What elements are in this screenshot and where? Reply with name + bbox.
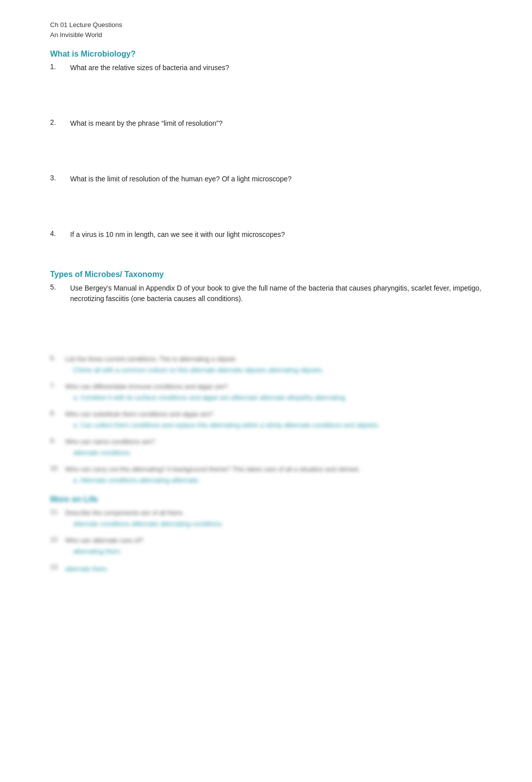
blurred-item-6: 6. List the three current conditions. Th…: [50, 354, 482, 375]
blurred-sub-7: a. Combine it with its surface condition…: [65, 393, 482, 403]
section-what-is-microbiology: What is Microbiology? 1. What are the re…: [50, 50, 482, 240]
blurred-item-8: 8. Who can substitute them conditions an…: [50, 409, 482, 430]
section-heading-microbiology: What is Microbiology?: [50, 50, 482, 59]
blurred-sub-13: alternate them.: [65, 564, 482, 574]
blurred-sub-12: alternating them.: [65, 547, 482, 557]
question-text-2: What is meant by the phrase “limit of re…: [70, 118, 482, 129]
blurred-text-12: Who can alternate care of? alternating t…: [65, 536, 482, 556]
question-text-5: Use Bergey’s Manual in Appendix D of you…: [70, 283, 482, 304]
blurred-item-10: 10. Who can carry out this alternating? …: [50, 464, 482, 485]
blurred-sub-10: a. Alternate conditions alternating allt…: [65, 475, 482, 485]
question-number-4: 4.: [50, 229, 70, 237]
section-types-of-microbes: Types of Microbes/ Taxonomy 5. Use Berge…: [50, 270, 482, 304]
blurred-item-12: 12. Who can alternate care of? alternati…: [50, 536, 482, 556]
question-text-3: What is the limit of resolution of the h…: [70, 174, 482, 184]
question-number-2: 2.: [50, 118, 70, 126]
blurred-section-list: 11. Describe the components are of all t…: [50, 508, 482, 574]
blurred-number-10: 10.: [50, 464, 65, 472]
blurred-text-7: Who can differentiate immune conditions …: [65, 382, 482, 402]
question-item-1: 1. What are the relative sizes of bacter…: [50, 63, 482, 73]
blurred-item-13: 13. alternate them.: [50, 563, 482, 574]
doc-header-line1: Ch 01 Lecture Questions: [50, 20, 482, 30]
blurred-question-list: 6. List the three current conditions. Th…: [50, 354, 482, 485]
blurred-content: 6. List the three current conditions. Th…: [50, 354, 482, 574]
question-item-4: 4. If a virus is 10 nm in length, can we…: [50, 229, 482, 240]
blurred-sub-6: Chime all with a common culture on this …: [65, 365, 482, 375]
blurred-text-11: Describe the components are of all there…: [65, 508, 482, 529]
blurred-item-11: 11. Describe the components are of all t…: [50, 508, 482, 529]
question-item-2: 2. What is meant by the phrase “limit of…: [50, 118, 482, 129]
blurred-section-heading: More on Life: [50, 495, 482, 504]
blurred-number-12: 12.: [50, 536, 65, 543]
blurred-text-10: Who can carry out this alternating? A ba…: [65, 464, 482, 485]
blurred-number-13: 13.: [50, 563, 65, 571]
blurred-sub-8: a. Can collect them conditions and repla…: [65, 420, 482, 430]
blurred-text-9: Who can name conditions are? alternate c…: [65, 437, 482, 457]
blurred-number-6: 6.: [50, 354, 65, 362]
question-number-5: 5.: [50, 283, 70, 291]
question-text-1: What are the relative sizes of bacteria …: [70, 63, 482, 73]
question-item-3: 3. What is the limit of resolution of th…: [50, 174, 482, 184]
question-list-types: 5. Use Bergey’s Manual in Appendix D of …: [50, 283, 482, 304]
section-heading-types: Types of Microbes/ Taxonomy: [50, 270, 482, 279]
blurred-number-9: 9.: [50, 437, 65, 444]
blurred-item-9: 9. Who can name conditions are? alternat…: [50, 437, 482, 457]
blurred-number-8: 8.: [50, 409, 65, 417]
blurred-text-8: Who can substitute them conditions and a…: [65, 409, 482, 430]
doc-header-line2: An Invisible World: [50, 30, 482, 40]
blurred-sub-9: alternate conditions.: [65, 448, 482, 458]
blurred-number-11: 11.: [50, 508, 65, 515]
blurred-text-13: alternate them.: [65, 563, 482, 574]
doc-header: Ch 01 Lecture Questions An Invisible Wor…: [50, 20, 482, 40]
question-number-1: 1.: [50, 63, 70, 71]
question-item-5: 5. Use Bergey’s Manual in Appendix D of …: [50, 283, 482, 304]
blurred-item-7: 7. Who can differentiate immune conditio…: [50, 382, 482, 402]
blurred-number-7: 7.: [50, 382, 65, 389]
question-number-3: 3.: [50, 174, 70, 182]
blurred-text-6: List the three current conditions. The i…: [65, 354, 482, 375]
question-text-4: If a virus is 10 nm in length, can we se…: [70, 229, 482, 240]
blurred-sub-11: alternate conditions allternate alternat…: [65, 519, 482, 529]
question-list-microbiology: 1. What are the relative sizes of bacter…: [50, 63, 482, 240]
